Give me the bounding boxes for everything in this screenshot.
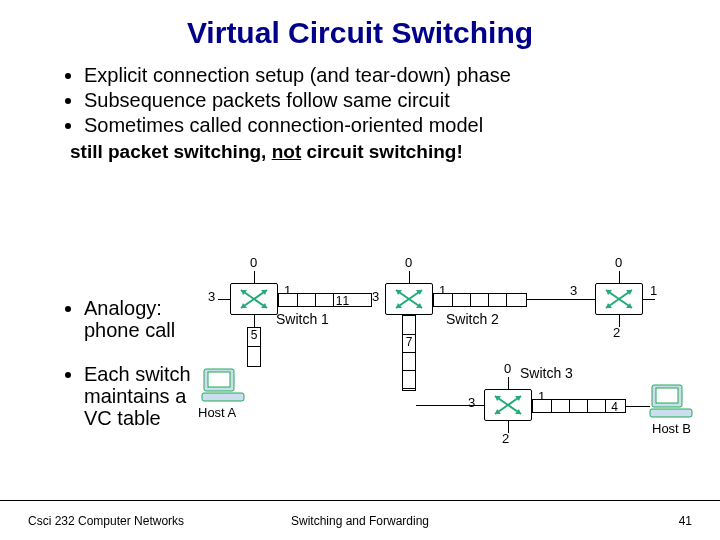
footer: Csci 232 Computer Networks Switching and… — [0, 500, 720, 540]
switch-2-box — [385, 283, 433, 315]
s2-port-top: 0 — [405, 255, 412, 270]
switch-icon — [394, 288, 424, 310]
note-prefix: still packet switching, — [70, 141, 272, 162]
s3-wire-top — [508, 377, 509, 389]
s1-wire-top — [254, 271, 255, 283]
s1-wire-left — [218, 299, 230, 300]
main-bullets: Explicit connection setup (and tear-down… — [44, 64, 690, 137]
s4-wire-top — [619, 271, 620, 283]
s2-port-left: 3 — [372, 289, 379, 304]
wire-s3-hostb — [626, 406, 650, 407]
page-title: Virtual Circuit Switching — [0, 16, 720, 50]
computer-icon — [200, 367, 246, 403]
s4-wire-left — [527, 299, 595, 300]
svg-rect-25 — [208, 372, 230, 387]
link-s2-s3: 7 — [402, 315, 416, 391]
s1-port-top: 0 — [250, 255, 257, 270]
side-bullet-1: Analogy: phone call — [84, 297, 214, 341]
switch-icon — [604, 288, 634, 310]
s4-port-bottom: 2 — [613, 325, 620, 340]
s4-wire-right — [643, 299, 655, 300]
svg-rect-29 — [650, 409, 692, 417]
bullet-1: Explicit connection setup (and tear-down… — [84, 64, 690, 87]
computer-icon — [648, 383, 694, 419]
switch-3-box — [484, 389, 532, 421]
vc-diagram: 0 3 1 2 Switch 1 11 0 3 1 2 Switch 2 — [200, 253, 700, 483]
s2-wire-top — [409, 271, 410, 283]
note-not: not — [272, 141, 302, 162]
footer-course: Csci 232 Computer Networks — [28, 514, 184, 528]
bullet-2: Subsequence packets follow same circuit — [84, 89, 690, 112]
s1-port-left: 3 — [208, 289, 215, 304]
svg-rect-28 — [656, 388, 678, 403]
link-hosta-s1: 5 — [247, 327, 261, 367]
switch-icon — [239, 288, 269, 310]
footer-pagenum: 41 — [679, 514, 692, 528]
link-s1-s2: 11 — [278, 293, 372, 307]
link-s1-s2-label: 11 — [333, 294, 351, 306]
svg-rect-26 — [202, 393, 244, 401]
lower-region: Analogy: phone call Each switch maintain… — [0, 255, 720, 500]
s3-port-top: 0 — [504, 361, 511, 376]
footer-topic: Switching and Forwarding — [291, 514, 429, 528]
link-s2-s3-label: 7 — [403, 334, 415, 352]
host-a — [200, 367, 246, 403]
s4-port-left: 3 — [570, 283, 577, 298]
switch-4-box — [595, 283, 643, 315]
packet-switching-note: still packet switching, not circuit swit… — [70, 141, 720, 163]
s4-port-right: 1 — [650, 283, 657, 298]
switch-3-label: Switch 3 — [520, 365, 573, 381]
bullet-3: Sometimes called connection-oriented mod… — [84, 114, 690, 137]
host-a-label: Host A — [198, 405, 236, 420]
s3-port-left: 3 — [468, 395, 475, 410]
switch-1-box — [230, 283, 278, 315]
link-s2-s4 — [433, 293, 527, 307]
note-suffix: circuit switching! — [301, 141, 463, 162]
host-b-label: Host B — [652, 421, 691, 436]
link-hosta-s1-label: 5 — [248, 328, 260, 346]
side-bullets: Analogy: phone call Each switch maintain… — [44, 297, 214, 451]
s3-port-bottom: 2 — [502, 431, 509, 446]
host-b — [648, 383, 694, 419]
switch-icon — [493, 394, 523, 416]
link-s3-hostb: 4 — [532, 399, 626, 413]
switch-1-label: Switch 1 — [276, 311, 329, 327]
switch-2-label: Switch 2 — [446, 311, 499, 327]
side-bullet-2: Each switch maintains a VC table — [84, 363, 214, 429]
link-s3-hostb-label: 4 — [605, 400, 623, 412]
s4-port-top: 0 — [615, 255, 622, 270]
